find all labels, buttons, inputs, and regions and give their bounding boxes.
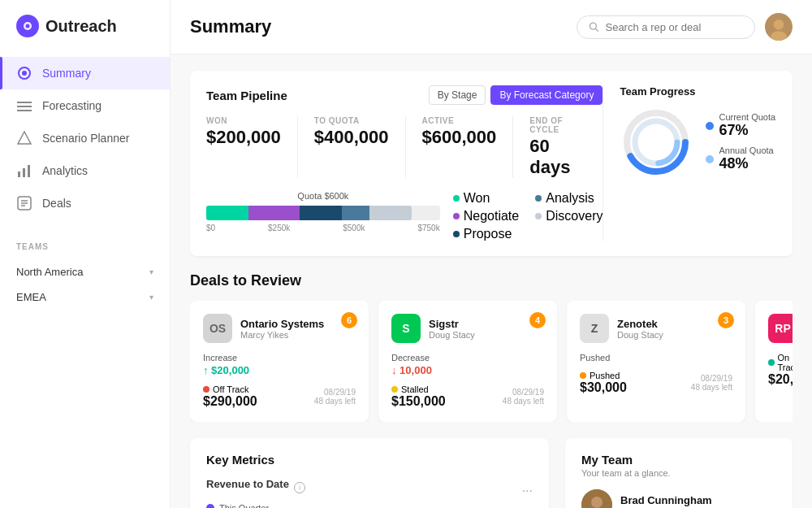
bar-axis: $0 $250k $500k $750k — [206, 224, 440, 232]
deals-icon — [16, 195, 32, 211]
metrics-more-button[interactable]: ... — [522, 480, 533, 495]
bar-analysis — [342, 206, 370, 220]
propose-dot — [453, 231, 460, 237]
bar-won — [206, 206, 248, 220]
stat-active: ACTIVE $600,000 — [422, 116, 514, 178]
won-dot — [453, 195, 460, 202]
sidebar-item-label: Scenario Planner — [42, 132, 129, 145]
legend-propose: Propose — [453, 227, 520, 241]
teams-label: TEAMS — [16, 242, 153, 251]
legend-this-quarter-dot — [206, 504, 214, 508]
pipeline-bar-visual — [206, 206, 440, 220]
deals-title: Deals to Review — [190, 272, 793, 289]
deal-footer: Off Track $290,000 08/29/19 48 days left — [203, 384, 356, 409]
by-stage-button[interactable]: By Stage — [429, 85, 486, 105]
team-progress-card: Team Progress — [603, 85, 789, 241]
stat-won: WON $200,000 — [206, 116, 298, 178]
pipeline-main: Team Pipeline By Stage By Forecast Categ… — [206, 85, 603, 241]
app-logo: Outreach — [0, 0, 170, 50]
analysis-dot — [535, 195, 542, 202]
donut-wrapper: Current Quota 67% Annual Quota 48% — [620, 106, 789, 179]
legend-won: Won — [453, 191, 520, 206]
svg-marker-7 — [18, 132, 31, 144]
deal-logo-rp: RP — [768, 314, 793, 343]
revenue-to-date: Revenue to Date i ... — [206, 478, 533, 497]
sidebar-item-forecasting[interactable]: Forecasting — [0, 89, 170, 122]
pipeline-bottom: Quota $600k $0 $250k $ — [206, 191, 603, 241]
deal-logo-sigstr: S — [391, 314, 421, 343]
stat-to-quota: TO QUOTA $400,000 — [314, 116, 406, 178]
deal-date: 08/29/19 48 days left — [314, 388, 356, 406]
sidebar-item-deals[interactable]: Deals — [0, 187, 170, 219]
member-info: Brad Cunningham Sr. Account Executive — [620, 494, 776, 509]
deal-card-zenotek[interactable]: 3 Z Zenotek Doug Stacy Pushed — [567, 301, 745, 422]
pipeline-bar: Quota $600k $0 $250k $ — [206, 191, 440, 241]
legend-col-left: Won Negotiate Propose — [453, 191, 520, 241]
page-title: Summary — [190, 16, 271, 37]
user-avatar-image — [765, 13, 793, 41]
deal-footer: Pushed $30,000 08/29/19 48 days left — [580, 371, 732, 395]
legend-analysis: Analysis — [535, 191, 603, 206]
pipeline-stats: WON $200,000 TO QUOTA $400,000 ACTIVE $6… — [206, 116, 603, 178]
teams-section: TEAMS North America ▾ EMEA ▾ — [0, 226, 170, 316]
sidebar-item-analytics[interactable]: Analytics — [0, 154, 170, 187]
team-emea[interactable]: EMEA ▾ — [16, 284, 153, 310]
pipeline-card: Team Pipeline By Stage By Forecast Categ… — [190, 71, 793, 256]
sidebar-item-label: Deals — [42, 197, 71, 210]
deal-date: 08/29/19 48 days left — [691, 374, 732, 392]
current-quota-dot — [706, 122, 714, 130]
status-dot — [203, 386, 209, 393]
svg-point-3 — [22, 71, 27, 76]
search-bar[interactable] — [577, 15, 755, 39]
search-input[interactable] — [605, 21, 743, 33]
metric-legend: This Quarter — [206, 503, 533, 508]
sidebar-item-label: Forecasting — [42, 99, 102, 112]
negotiate-dot — [453, 213, 460, 219]
stat-end-of-cycle: END OF CYCLE 60 days — [529, 116, 586, 178]
my-team-subtitle: Your team at a glance. — [581, 468, 776, 478]
metrics-header: Key Metrics — [206, 453, 533, 467]
metrics-title: Key Metrics — [206, 453, 274, 467]
deal-header: OS Ontario Systems Marcy Yikes — [203, 314, 356, 343]
discovery-dot — [535, 213, 542, 219]
content-area: Team Pipeline By Stage By Forecast Categ… — [171, 54, 812, 508]
sidebar-item-summary[interactable]: Summary — [0, 57, 170, 89]
annual-quota-item: Annual Quota 48% — [706, 145, 775, 172]
deal-date: 08/29/19 48 days left — [503, 388, 544, 406]
info-icon[interactable]: i — [294, 482, 305, 493]
deal-card-ontario[interactable]: 6 OS Ontario Systems Marcy Yikes Increas… — [190, 301, 369, 422]
legend-negotiate: Negotiate — [453, 209, 520, 224]
deal-card-rp[interactable]: RP On Track $20,0... — [755, 301, 793, 422]
status-dot — [391, 386, 398, 393]
deal-footer: Stalled $150,000 08/29/19 48 days left — [391, 384, 544, 409]
svg-rect-8 — [18, 172, 20, 177]
status-dot — [580, 372, 586, 379]
deal-status: On Track — [768, 353, 793, 372]
chevron-down-icon: ▾ — [149, 293, 153, 302]
nav-menu: Summary Forecasting Scenario Planner — [0, 50, 170, 226]
deal-header: S Sigstr Doug Stacy — [391, 314, 544, 343]
pipeline-layout: Team Pipeline By Stage By Forecast Categ… — [206, 85, 776, 241]
current-quota-item: Current Quota 67% — [706, 112, 775, 139]
deal-card-sigstr[interactable]: 4 S Sigstr Doug Stacy Decrease ↓ 10,000 — [378, 301, 557, 422]
annual-quota-dot — [706, 155, 714, 163]
svg-line-16 — [595, 28, 598, 31]
deal-badge: 4 — [529, 312, 546, 328]
deals-grid: 6 OS Ontario Systems Marcy Yikes Increas… — [190, 301, 793, 422]
legend-col-right: Analysis Discovery — [535, 191, 603, 241]
by-forecast-button[interactable]: By Forecast Category — [490, 85, 603, 105]
bar-negotiate — [248, 206, 300, 220]
team-north-america[interactable]: North America ▾ — [16, 259, 153, 284]
deal-status: Off Track — [203, 384, 257, 394]
sidebar-item-label: Analytics — [42, 164, 88, 177]
forecasting-icon — [16, 98, 32, 114]
donut-legend: Current Quota 67% Annual Quota 48% — [706, 112, 775, 172]
quota-label: Quota $600k — [206, 191, 440, 201]
deal-logo-ontario: OS — [203, 314, 232, 343]
pipeline-header: Team Pipeline By Stage By Forecast Categ… — [206, 85, 603, 105]
deal-badge: 3 — [718, 312, 734, 328]
main-content: Summary — [171, 0, 812, 508]
analytics-icon — [16, 163, 32, 179]
sidebar-item-scenario-planner[interactable]: Scenario Planner — [0, 122, 170, 154]
svg-rect-10 — [28, 165, 30, 177]
